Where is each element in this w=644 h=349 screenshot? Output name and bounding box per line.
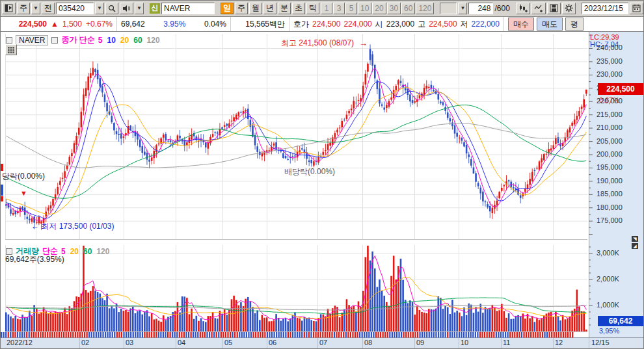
buy-button[interactable]: 매수 xyxy=(508,18,534,31)
ma-period-label-20: 20 xyxy=(120,36,129,45)
quote-row: 224,500 ▲ 1,500 +0.67% 69,642 3.95% 0.04… xyxy=(0,16,644,32)
high-price: 224,500 xyxy=(429,19,457,29)
open-label: 시 xyxy=(375,19,383,30)
save-button[interactable] xyxy=(547,3,561,14)
extra-interval-field[interactable] xyxy=(440,3,457,14)
x-axis-label: 03 xyxy=(126,339,133,346)
legend-checkbox-icon[interactable] xyxy=(6,248,12,255)
current-volume-pct: 3,95% xyxy=(599,327,619,335)
ma-period-label-60: 60 xyxy=(133,36,142,45)
chart-type-dropdown[interactable]: ▼ xyxy=(31,3,40,14)
chart-type-button[interactable]: 주 xyxy=(17,3,30,14)
high-label: 고 xyxy=(418,19,425,30)
order-buttons: 매수 매도 평 xyxy=(504,18,584,31)
date-input[interactable]: 2023/12/15 xyxy=(582,3,628,14)
sound-button[interactable] xyxy=(120,3,133,14)
bar-total-label: /600 xyxy=(494,4,509,13)
prev-button[interactable]: 전 xyxy=(42,3,55,14)
search-button[interactable] xyxy=(105,3,118,14)
stock-code-dropdown[interactable]: ▼ xyxy=(95,3,104,14)
period-button-일[interactable]: 일 xyxy=(221,3,234,14)
chart-toolbar: 주 ▼ 전 035420 ▼ ▼ 신 NAVER 일주월년분초틱 1351020… xyxy=(0,0,644,16)
trade-value: 15,565백만 xyxy=(245,19,285,30)
interval-button-60[interactable]: 60 xyxy=(401,3,415,14)
price-tick-label: 235,000 xyxy=(597,57,623,65)
ohlc-cell: 호가 224,500 224,000 시 223,000 고 224,500 저… xyxy=(289,17,504,31)
up-arrow-icon: ▲ xyxy=(51,19,59,29)
stock-status-badge: 신 xyxy=(150,3,160,14)
period-button-초[interactable]: 초 xyxy=(292,3,305,14)
price-tick-label: 190,000 xyxy=(597,177,623,185)
price-tick-label: 220,000 xyxy=(597,97,623,105)
calendar-icon xyxy=(632,4,641,12)
x-axis-label: 06 xyxy=(269,339,276,346)
period-button-주[interactable]: 주 xyxy=(235,3,248,14)
period-button-월[interactable]: 월 xyxy=(249,3,262,14)
baedangrak-annotation: 배당락(0.00%) xyxy=(284,166,335,177)
x-axis-label: 2022/12 xyxy=(7,339,33,346)
volume-tick-label: 3,000K xyxy=(597,249,619,257)
calendar-button[interactable] xyxy=(630,3,643,14)
interval-button-1[interactable]: 1 xyxy=(321,3,332,14)
period-button-분[interactable]: 분 xyxy=(278,3,291,14)
volume-tick-label: 2,000K xyxy=(597,275,619,283)
price-legend: NAVER 종가 단순 5102060120 xyxy=(6,34,160,45)
grid-toggle-button[interactable] xyxy=(5,44,17,55)
price-tick-label: 215,000 xyxy=(597,110,623,118)
interval-button-10[interactable]: 10 xyxy=(358,3,371,14)
open-price: 223,000 xyxy=(386,19,414,29)
dangrak-annotation: 당락(0.00%) xyxy=(2,171,45,182)
interval-button-3[interactable]: 3 xyxy=(333,3,345,14)
avg-button[interactable]: 평 xyxy=(565,18,584,31)
high-annotation: 최고 241,500 (08/07) xyxy=(281,38,354,49)
interval-buttons: 13510203060120 xyxy=(321,3,434,14)
legend-checkbox-icon[interactable] xyxy=(6,37,12,44)
hoga-label: 호가 xyxy=(293,19,309,30)
add-indicator-button[interactable] xyxy=(531,3,546,14)
sound-dropdown[interactable]: ▼ xyxy=(135,3,144,14)
stock-code-input[interactable]: 035420 xyxy=(56,3,94,14)
compare-chart-button[interactable] xyxy=(516,3,530,14)
price-tick-label: 175,000 xyxy=(597,216,623,224)
sell-button[interactable]: 매도 xyxy=(537,18,563,31)
period-buttons: 일주월년분초틱 xyxy=(221,3,319,14)
new-window-button[interactable] xyxy=(2,3,16,14)
period-button-년[interactable]: 년 xyxy=(263,3,276,14)
low-annotation: ← 최저 173,500 (01/03) xyxy=(31,221,114,232)
ma-period-label-120: 120 xyxy=(147,36,160,45)
price-tick-label: 240,000 xyxy=(597,44,623,51)
gear-icon xyxy=(565,4,573,12)
x-axis-label: 07 xyxy=(319,339,327,346)
legend-checkbox-icon[interactable] xyxy=(51,37,58,44)
ma-period-label-120: 120 xyxy=(96,247,109,256)
turnover-pct: 3.95% xyxy=(163,19,185,29)
new-window-icon xyxy=(5,4,13,12)
legend-stock-name[interactable]: NAVER xyxy=(16,35,48,45)
x-axis-label: 09 xyxy=(416,339,424,346)
ex-dividend-marker-icon: ▼ xyxy=(20,189,27,197)
price-tick-label: 180,000 xyxy=(597,203,623,211)
period-button-틱[interactable]: 틱 xyxy=(306,3,319,14)
low-label: 저 xyxy=(461,19,468,30)
interval-button-120[interactable]: 120 xyxy=(416,3,434,14)
current-price-box: 224,500 xyxy=(598,83,643,95)
pane-collapse-icon[interactable]: ◢ xyxy=(632,243,638,249)
ma-period-label-20: 20 xyxy=(70,247,79,256)
stock-name-field[interactable]: NAVER xyxy=(161,3,215,14)
extra-interval-dropdown[interactable]: ▼ xyxy=(458,3,467,14)
volume-cell: 69,642 3.95% 0.04% xyxy=(117,17,231,31)
volume-ma-periods: 52060120 xyxy=(61,247,109,256)
interval-button-20[interactable]: 20 xyxy=(372,3,386,14)
x-axis-label: 08 xyxy=(364,339,372,346)
low-arrow-icon: ← xyxy=(31,222,39,231)
price-tick-label: 210,000 xyxy=(597,123,623,131)
bar-count-input[interactable]: 248 xyxy=(468,3,493,14)
x-axis-label: 12 xyxy=(555,339,563,346)
settings-button[interactable] xyxy=(562,3,576,14)
x-axis-label: 12/15 xyxy=(591,339,610,346)
pane-expand-icon[interactable]: ◥ xyxy=(632,236,638,242)
interval-button-30[interactable]: 30 xyxy=(387,3,401,14)
interval-button-5[interactable]: 5 xyxy=(345,3,357,14)
price-ma-label: 종가 단순 xyxy=(61,34,94,45)
line-add-icon xyxy=(534,4,543,12)
